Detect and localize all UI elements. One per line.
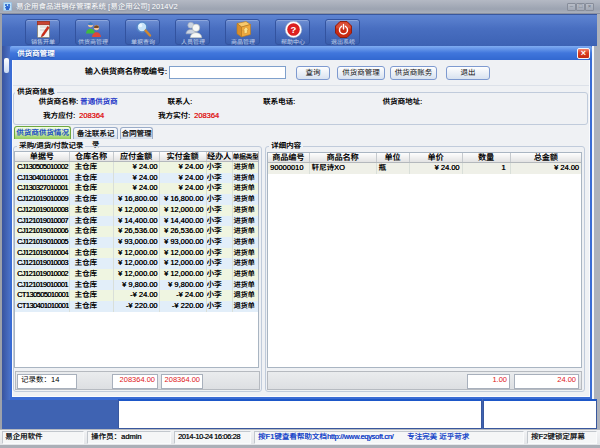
svg-text:?: ?	[291, 24, 297, 35]
